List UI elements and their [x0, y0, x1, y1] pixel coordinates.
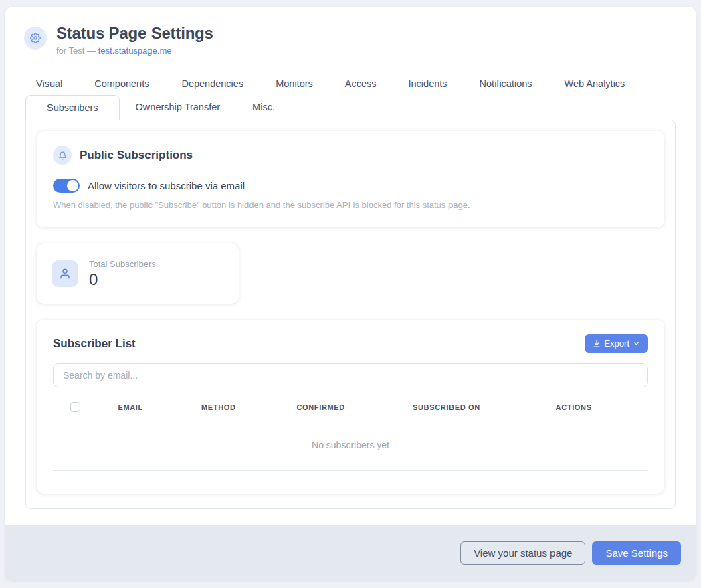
view-status-page-button[interactable]: View your status page — [460, 541, 585, 565]
column-header-actions: ACTIONS — [553, 401, 648, 421]
tab-ownership-transfer[interactable]: Ownership Transfer — [120, 95, 237, 120]
page-title: Status Page Settings — [56, 24, 213, 43]
tab-row-1: Visual Components Dependencies Monitors … — [25, 72, 676, 95]
stat-value: 0 — [89, 270, 156, 289]
tab-components[interactable]: Components — [84, 72, 160, 95]
title-block: Status Page Settings for Test — test.sta… — [56, 24, 213, 56]
tab-visual[interactable]: Visual — [25, 72, 73, 95]
tab-access[interactable]: Access — [334, 72, 387, 95]
subscriber-table: EMAIL METHOD CONFIRMED SUBSCRIBED ON ACT… — [53, 401, 648, 471]
page-subtitle: for Test — test.statuspage.me — [56, 45, 213, 56]
status-page-link[interactable]: test.statuspage.me — [98, 45, 172, 56]
public-subscriptions-card: Public Subscriptions Allow visitors to s… — [37, 131, 664, 227]
tab-web-analytics[interactable]: Web Analytics — [554, 72, 636, 95]
select-all-checkbox[interactable] — [70, 402, 80, 412]
tab-misc[interactable]: Misc. — [236, 95, 291, 120]
save-settings-button[interactable]: Save Settings — [592, 541, 681, 565]
subscribe-toggle[interactable] — [53, 179, 80, 193]
subscriber-list-header: Subscriber List Export — [53, 334, 648, 353]
column-header-email: EMAIL — [115, 401, 199, 421]
public-subscriptions-title: Public Subscriptions — [80, 149, 193, 162]
stat-label: Total Subscribers — [89, 259, 156, 269]
column-header-subscribed-on: SUBSCRIBED ON — [410, 401, 553, 421]
total-subscribers-card: Total Subscribers 0 — [37, 243, 239, 304]
tab-dependencies[interactable]: Dependencies — [171, 72, 254, 95]
tab-monitors[interactable]: Monitors — [265, 72, 324, 95]
empty-state-message: No subscribers yet — [53, 421, 648, 471]
export-button[interactable]: Export — [585, 334, 648, 353]
column-header-method: METHOD — [199, 401, 294, 421]
subscribers-panel: Public Subscriptions Allow visitors to s… — [25, 120, 676, 509]
total-subscribers-stat: Total Subscribers 0 — [89, 259, 156, 289]
tab-subscribers[interactable]: Subscribers — [25, 95, 120, 120]
search-input[interactable] — [53, 363, 648, 387]
tab-notifications[interactable]: Notifications — [469, 72, 543, 95]
subscriber-list-card: Subscriber List Export EMAIL METHOD CONF… — [37, 320, 664, 494]
settings-footer: View your status page Save Settings — [5, 525, 696, 581]
tab-incidents[interactable]: Incidents — [398, 72, 458, 95]
export-button-label: Export — [604, 338, 629, 349]
tab-row-2: Subscribers Ownership Transfer Misc. — [25, 95, 676, 120]
subscriber-list-title: Subscriber List — [53, 337, 136, 351]
chevron-down-icon — [633, 340, 640, 347]
public-subscriptions-header: Public Subscriptions — [53, 146, 648, 165]
subscribe-toggle-row: Allow visitors to subscribe via email — [53, 179, 648, 193]
gear-icon — [24, 27, 47, 50]
subscribe-helper-text: When disabled, the public "Subscribe" bu… — [53, 200, 648, 210]
page-header: Status Page Settings for Test — test.sta… — [5, 7, 696, 56]
status-page-settings-card: Status Page Settings for Test — test.sta… — [5, 7, 696, 581]
settings-tabs: Visual Components Dependencies Monitors … — [5, 72, 696, 120]
table-header-row: EMAIL METHOD CONFIRMED SUBSCRIBED ON ACT… — [53, 401, 648, 421]
bell-icon — [53, 146, 72, 165]
subtitle-prefix: for Test — — [56, 45, 98, 56]
subscribe-toggle-label: Allow visitors to subscribe via email — [88, 180, 245, 191]
empty-state-row: No subscribers yet — [53, 421, 648, 471]
download-icon — [593, 340, 601, 348]
toggle-knob — [67, 180, 78, 191]
person-icon — [52, 260, 78, 287]
column-header-confirmed: CONFIRMED — [294, 401, 410, 421]
